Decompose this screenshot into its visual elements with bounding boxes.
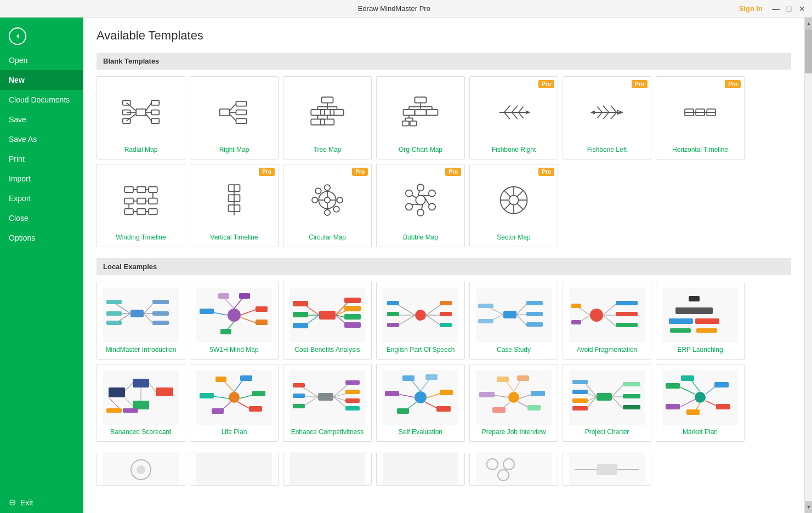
svg-point-92	[325, 185, 331, 191]
svg-line-50	[504, 106, 510, 112]
svg-rect-289	[479, 392, 495, 397]
template-name-circular: Circular Map	[309, 233, 346, 241]
sidebar-item-label: Export	[9, 194, 31, 203]
template-icon-circular	[289, 170, 365, 230]
template-winding-timeline[interactable]: Winding Timeline	[96, 164, 185, 247]
template-fragmentation[interactable]: Avoid Fragmentation	[563, 282, 651, 360]
svg-rect-40	[415, 110, 427, 116]
close-button[interactable]: ✕	[798, 4, 807, 13]
svg-marker-49	[526, 111, 531, 115]
svg-point-94	[312, 197, 318, 203]
template-icon-winding	[103, 170, 179, 230]
svg-rect-301	[623, 405, 640, 409]
svg-point-97	[333, 206, 339, 212]
sidebar-item-import[interactable]: Import	[0, 169, 83, 189]
thumb-marketplan	[662, 370, 738, 425]
template-right-map[interactable]: Right Map	[190, 76, 279, 159]
template-scorecard[interactable]: Bananced Scorecard	[96, 364, 185, 442]
template-icon-fishboneright	[476, 82, 552, 142]
svg-rect-178	[387, 312, 399, 316]
svg-rect-79	[124, 198, 133, 204]
template-more-4[interactable]	[376, 453, 465, 486]
sidebar-item-label: Cloud Documents	[9, 95, 70, 104]
svg-line-64	[598, 112, 603, 118]
sidebar-item-new[interactable]: New	[0, 70, 83, 90]
template-name-tree: Tree Map	[314, 146, 342, 153]
template-name-marketplan: Market Plan	[683, 428, 718, 436]
app-title: Edraw MindMaster Pro	[49, 4, 739, 13]
scroll-up-button[interactable]: ▲	[805, 18, 812, 30]
svg-rect-227	[133, 401, 149, 409]
svg-rect-13	[220, 109, 230, 116]
template-casestudy[interactable]: Case Study	[469, 282, 558, 360]
template-orgchart-map[interactable]: Org-Chart Map	[376, 76, 465, 159]
scroll-thumb[interactable]	[805, 30, 812, 73]
svg-rect-194	[478, 319, 493, 323]
exit-icon: ⊖	[9, 497, 16, 508]
pro-badge-circular: Pro	[352, 168, 368, 176]
template-english[interactable]: English Part Of Speech	[376, 282, 465, 360]
sidebar-item-export[interactable]: Export	[0, 189, 83, 208]
template-projectcharter[interactable]: Project Charter	[563, 364, 651, 442]
template-vertical-timeline[interactable]: Pro Vertical Timeline	[190, 164, 279, 247]
svg-rect-275	[385, 391, 399, 396]
scroll-down-button[interactable]: ▼	[805, 501, 812, 513]
sidebar-item-print[interactable]: Print	[0, 149, 83, 169]
template-5w1h[interactable]: 5W1H Mind Map	[190, 282, 279, 360]
sidebar-item-options[interactable]: Options	[0, 228, 83, 248]
template-more-3[interactable]	[283, 453, 372, 486]
template-marketplan[interactable]: Market Plan	[656, 364, 745, 442]
template-jobinterview[interactable]: Prepare Job Interview	[469, 364, 558, 442]
svg-rect-46	[402, 121, 409, 126]
template-lifeplan[interactable]: Life Plan	[190, 364, 279, 442]
template-erp[interactable]: ERP Launching	[656, 282, 745, 360]
template-name-orgchart: Org-Chart Map	[399, 146, 442, 153]
template-circular-map[interactable]: Pro	[283, 164, 372, 247]
template-name-radial: Radial Map	[124, 146, 158, 153]
svg-rect-181	[440, 312, 452, 316]
template-tree-map[interactable]: Tree Map	[283, 76, 372, 159]
scrollbar[interactable]: ▲ ▼	[804, 18, 812, 513]
svg-point-277	[508, 392, 519, 403]
template-radial-map[interactable]: Radial Map	[96, 76, 185, 159]
sidebar-item-saveas[interactable]: Save As	[0, 129, 83, 149]
back-button[interactable]	[0, 18, 83, 50]
svg-line-59	[611, 106, 617, 112]
sidebar-item-open[interactable]: Open	[0, 50, 83, 70]
template-name-horizontal: Horizontal Timeline	[672, 146, 728, 153]
sign-in-button[interactable]: Sign In	[739, 4, 763, 13]
svg-rect-285	[517, 375, 529, 381]
sidebar-item-cloud[interactable]: Cloud Documents	[0, 90, 83, 110]
svg-rect-291	[597, 393, 612, 401]
template-sector-map[interactable]: Pro Sector Map	[469, 164, 558, 247]
template-more-5[interactable]	[469, 453, 558, 486]
svg-rect-257	[293, 404, 305, 408]
template-more-1[interactable]	[96, 453, 185, 486]
sidebar-item-exit[interactable]: ⊖ Exit	[0, 492, 83, 513]
minimize-button[interactable]: —	[771, 4, 780, 13]
svg-point-322	[137, 465, 145, 474]
template-mindmaster[interactable]: MindMaster Introduction	[96, 282, 185, 360]
template-horizontal-timeline[interactable]: Pro Horizontal Timeline	[656, 76, 745, 159]
svg-rect-230	[106, 408, 122, 413]
template-fishbone-right[interactable]: Pro Fishbone Right	[469, 76, 558, 159]
template-more-6[interactable]	[563, 453, 651, 486]
svg-rect-190	[526, 322, 543, 327]
template-bubble-map[interactable]: Pro	[376, 164, 465, 247]
template-more-2[interactable]	[190, 453, 279, 486]
template-costbenefit[interactable]: Cost-Benefits Analysis	[283, 282, 372, 360]
svg-rect-164	[293, 323, 308, 328]
thumb-5w1h	[196, 288, 272, 343]
svg-point-140	[228, 309, 241, 322]
template-selfevaluation[interactable]: Self Evaluation	[376, 364, 465, 442]
svg-rect-168	[344, 322, 361, 328]
sidebar-item-save[interactable]: Save	[0, 110, 83, 129]
template-name-winding: Winding Timeline	[116, 233, 166, 241]
template-name-erp: ERP Launching	[677, 346, 723, 354]
template-fishbone-left[interactable]: Pro Fishbone Left	[563, 76, 651, 159]
svg-rect-323	[476, 453, 552, 486]
sidebar-item-close[interactable]: Close	[0, 208, 83, 228]
template-competitiveness[interactable]: Enhance Competivitness	[283, 364, 372, 442]
maximize-button[interactable]: □	[785, 4, 793, 13]
pro-badge-bubble: Pro	[445, 168, 461, 176]
